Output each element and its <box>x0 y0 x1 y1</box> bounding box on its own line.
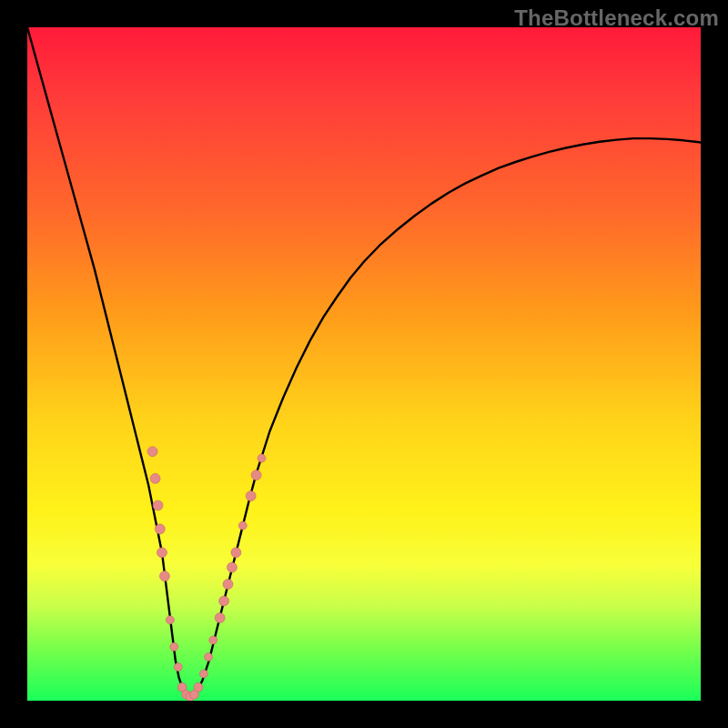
chart-canvas <box>27 27 701 701</box>
data-marker <box>199 670 207 678</box>
data-marker <box>153 500 163 511</box>
chart-frame: TheBottleneck.com <box>0 0 728 728</box>
data-marker <box>194 682 203 692</box>
data-marker <box>209 636 217 644</box>
data-marker <box>174 663 182 672</box>
data-marker <box>170 642 178 651</box>
plot-area <box>27 27 701 701</box>
data-marker <box>147 447 157 457</box>
data-marker <box>159 571 169 581</box>
data-marker <box>166 616 174 624</box>
data-marker <box>231 548 241 558</box>
bottleneck-curve <box>27 27 701 697</box>
data-marker <box>258 454 266 462</box>
data-marker <box>157 548 167 558</box>
data-marker <box>238 521 247 530</box>
watermark-label: TheBottleneck.com <box>514 5 719 31</box>
data-marker <box>219 596 229 606</box>
data-marker <box>227 562 237 572</box>
data-marker <box>251 470 261 480</box>
data-marker <box>205 652 213 661</box>
data-marker <box>246 491 256 501</box>
data-marker <box>155 524 165 534</box>
data-marker <box>223 579 233 589</box>
data-marker <box>150 473 160 483</box>
data-marker <box>215 612 225 622</box>
